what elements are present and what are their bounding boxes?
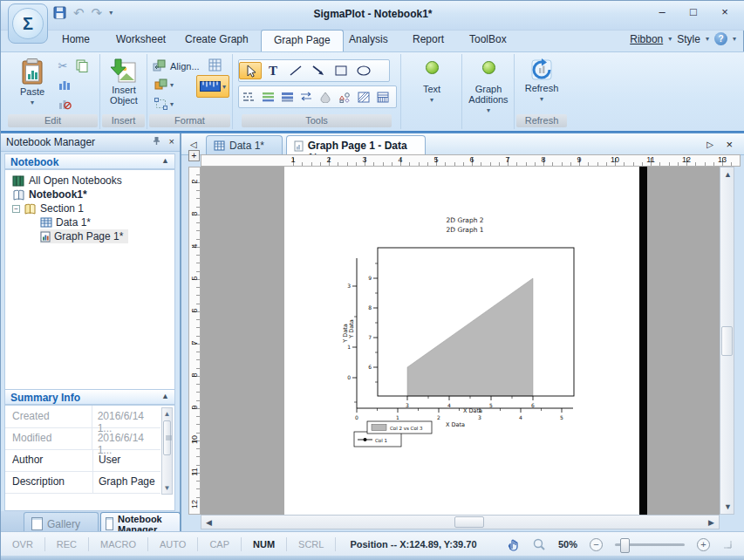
vertical-scrollbar[interactable]: ▲ ▼	[720, 167, 734, 515]
tab-analysis[interactable]: Analysis	[337, 30, 400, 51]
help-icon[interactable]: ?	[714, 32, 727, 45]
scroll-down-icon[interactable]: ▼	[162, 484, 172, 492]
zoom-out-button[interactable]: −	[590, 538, 603, 551]
zoom-in-button[interactable]: +	[697, 538, 710, 551]
tab-home[interactable]: Home	[50, 30, 102, 51]
ribbon-menu-caret-icon[interactable]: ▾	[668, 35, 672, 43]
arrows-button[interactable]	[297, 88, 316, 106]
pin-icon[interactable]	[153, 136, 160, 146]
fill-color-button[interactable]	[316, 88, 335, 106]
graph-page[interactable]: 2D Graph 22D Graph 198763456310012345Y D…	[284, 167, 639, 515]
select-tool[interactable]	[239, 62, 262, 79]
panel-close-icon[interactable]: ×	[169, 136, 174, 147]
scrollbar-thumb[interactable]	[721, 326, 733, 356]
close-button[interactable]: ×	[715, 5, 734, 18]
zoom-slider[interactable]	[615, 543, 685, 546]
table-row: Created2016/6/14 1...	[5, 406, 160, 428]
collapse-icon[interactable]: ▲	[161, 156, 169, 165]
hatch-button[interactable]	[354, 88, 373, 106]
page-color-button[interactable]	[208, 58, 222, 72]
tree-item-graph-page1[interactable]: Graph Page 1*	[40, 229, 128, 243]
page-canvas[interactable]: 2D Graph 22D Graph 198763456310012345Y D…	[201, 167, 720, 515]
pattern-button[interactable]	[373, 88, 392, 106]
minimize-button[interactable]: –	[652, 5, 672, 18]
collapse-icon[interactable]: ▲	[161, 392, 169, 400]
app-logo-button[interactable]: Σ	[8, 3, 48, 44]
svg-text:1: 1	[396, 414, 399, 420]
copy-icon	[76, 59, 88, 72]
scroll-down-icon[interactable]: ▼	[724, 502, 732, 511]
tree-item-all-open-notebooks[interactable]: All Open Notebooks	[12, 174, 122, 188]
tab-graph-page[interactable]: Graph Page	[261, 30, 344, 51]
tab-create-graph[interactable]: Create Graph	[173, 30, 261, 51]
paste-button[interactable]: Paste▾	[15, 58, 50, 108]
cut-button[interactable]: ✂	[55, 58, 71, 72]
horizontal-scrollbar[interactable]: ◀ ▶	[201, 515, 720, 529]
toggle-ovr[interactable]: OVR	[1, 537, 45, 551]
align-button[interactable]: Align...	[153, 59, 200, 72]
toggle-auto[interactable]: AUTO	[148, 537, 198, 551]
pan-hand-icon[interactable]	[506, 537, 520, 551]
gallery-tab[interactable]: Gallery	[24, 512, 99, 531]
line-thickness-button[interactable]	[258, 88, 277, 106]
document-tab-graph-page1[interactable]: Graph Page 1 - Data 1*	[286, 135, 426, 154]
insert-object-button[interactable]: Insert Object	[104, 58, 144, 106]
tab-worksheet[interactable]: Worksheet	[104, 30, 178, 51]
resize-grip-icon[interactable]	[722, 539, 733, 550]
refresh-button[interactable]: Refresh▾	[520, 58, 563, 105]
arrow-tool[interactable]	[307, 62, 330, 79]
toggle-macro[interactable]: MACRO	[89, 537, 148, 551]
tab-toolbox[interactable]: ToolBox	[457, 30, 519, 51]
scroll-up-icon[interactable]: ▲	[162, 410, 172, 418]
graph-chart[interactable]: 2D Graph 22D Graph 198763456310012345Y D…	[284, 167, 639, 515]
symbols-button[interactable]	[335, 88, 354, 106]
scrollbar-thumb[interactable]	[163, 420, 171, 455]
text-tool[interactable]: T	[262, 62, 284, 79]
tree-item-section1[interactable]: − Section 1	[12, 201, 84, 215]
scrollbar-thumb[interactable]	[454, 516, 484, 528]
line-tool[interactable]	[284, 62, 307, 79]
toggle-scrl[interactable]: SCRL	[287, 537, 336, 551]
scroll-left-icon[interactable]: ◀	[206, 518, 212, 527]
horizontal-ruler[interactable]: 12345678910111213	[201, 154, 741, 167]
ellipse-tool[interactable]	[352, 62, 375, 79]
style-menu[interactable]: Style	[677, 33, 700, 45]
vertical-ruler[interactable]: 23456789101112	[188, 167, 201, 515]
notebook-section-header[interactable]: Notebook▲	[4, 154, 175, 169]
help-caret-icon[interactable]: ▾	[733, 35, 736, 43]
tab-scroll-right-icon[interactable]: ▷	[706, 140, 713, 149]
tree-item-data1[interactable]: Data 1*	[40, 215, 91, 229]
clear-plot-button[interactable]	[57, 97, 72, 111]
line-color-button[interactable]	[277, 88, 297, 106]
zoom-slider-thumb[interactable]	[620, 538, 630, 553]
ruler-number: 12	[190, 499, 199, 509]
summary-info-header[interactable]: Summary Info▲	[4, 389, 175, 405]
copy-button[interactable]	[74, 58, 90, 72]
tab-report[interactable]: Report	[400, 30, 456, 51]
scroll-up-icon[interactable]: ▲	[724, 170, 732, 179]
text-button[interactable]: Text▾	[413, 61, 450, 106]
document-tab-data1[interactable]: Data 1*	[206, 135, 283, 154]
graph-additions-button[interactable]: Graph Additions▾	[463, 61, 514, 116]
toggle-cap[interactable]: CAP	[198, 537, 242, 551]
tree-item-notebook1[interactable]: Notebook1*	[12, 188, 87, 201]
ruler-units-dropdown[interactable]: ▾	[196, 75, 229, 98]
scroll-right-icon[interactable]: ▶	[708, 518, 714, 527]
plot-button[interactable]	[57, 78, 72, 92]
order-button[interactable]: ▾	[154, 79, 174, 91]
summary-scrollbar[interactable]: ▲ ▼	[161, 407, 173, 495]
toggle-num[interactable]: NUM	[242, 537, 287, 551]
ribbon-menu[interactable]: Ribbon	[630, 33, 663, 45]
group-objects-button[interactable]: ▾	[154, 98, 174, 110]
style-menu-caret-icon[interactable]: ▾	[706, 35, 709, 43]
notebook-manager-tab[interactable]: Notebook Manager	[100, 512, 181, 531]
collapse-expander-icon[interactable]: −	[12, 205, 20, 213]
document-close-icon[interactable]: ×	[726, 138, 733, 151]
tab-scroll-left-icon[interactable]: ◁	[190, 140, 197, 149]
line-type-button[interactable]	[239, 88, 258, 106]
ruler-origin-button[interactable]: +	[188, 150, 200, 161]
toggle-rec[interactable]: REC	[45, 537, 89, 551]
zoom-magnifier-icon[interactable]	[532, 537, 546, 551]
rectangle-tool[interactable]	[330, 62, 352, 79]
maximize-button[interactable]: □	[684, 5, 703, 18]
